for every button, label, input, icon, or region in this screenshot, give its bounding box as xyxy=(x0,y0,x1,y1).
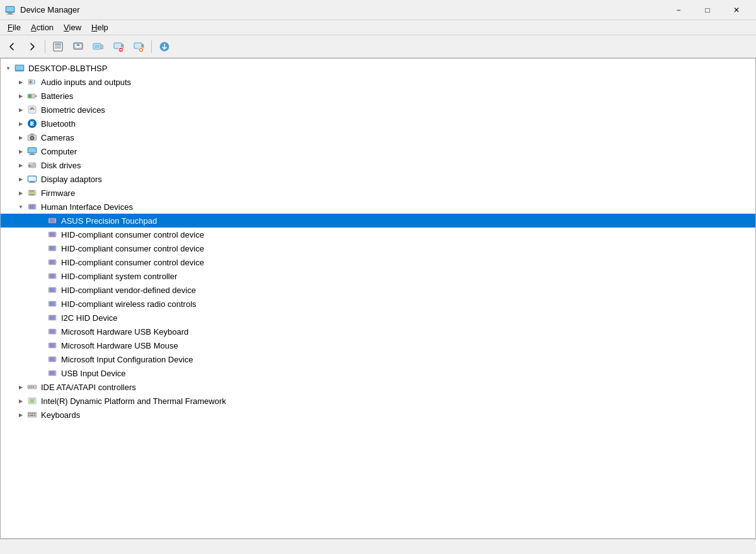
intel-expand-icon[interactable] xyxy=(16,396,26,406)
menu-view[interactable]: View xyxy=(59,21,86,33)
hid-wireless-icon xyxy=(46,299,59,309)
ms-mouse-label: Microsoft Hardware USB Mouse xyxy=(61,341,178,350)
scan-icon xyxy=(93,41,104,52)
biometric-expand-icon[interactable] xyxy=(16,105,26,115)
tree-hid[interactable]: Human Interface Devices xyxy=(1,200,755,214)
tree-hid-consumer2[interactable]: HID-compliant consumer control device xyxy=(1,241,755,255)
tree-computer[interactable]: Computer xyxy=(1,144,755,158)
display-expand-icon[interactable] xyxy=(16,174,26,184)
svg-rect-26 xyxy=(16,66,23,70)
svg-rect-29 xyxy=(30,81,32,83)
update-driver-button[interactable] xyxy=(69,38,88,55)
display-label: Display adaptors xyxy=(41,175,102,184)
svg-rect-112 xyxy=(52,372,54,374)
tree-usb-input[interactable]: USB Input Device xyxy=(1,366,755,380)
svg-rect-5 xyxy=(55,43,61,45)
window-title: Device Manager xyxy=(20,5,80,14)
firmware-icon xyxy=(26,188,38,198)
computer-label: Computer xyxy=(41,147,77,156)
batteries-expand-icon[interactable] xyxy=(16,91,26,101)
bluetooth-label: Bluetooth xyxy=(41,119,76,129)
battery-icon xyxy=(26,91,38,101)
properties-button[interactable] xyxy=(49,38,67,55)
disable-button[interactable] xyxy=(109,38,128,55)
download-driver-button[interactable] xyxy=(155,38,174,55)
disable-icon xyxy=(113,41,124,52)
svg-rect-103 xyxy=(50,344,52,347)
tree-hid-vendor[interactable]: HID-compliant vendor-defined device xyxy=(1,283,755,297)
svg-rect-104 xyxy=(52,344,54,347)
tree-root[interactable]: DESKTOP-BLBTHSP xyxy=(1,61,755,75)
tree-cameras[interactable]: Cameras xyxy=(1,130,755,144)
audio-expand-icon[interactable] xyxy=(16,77,26,87)
tree-firmware[interactable]: Firmware xyxy=(1,186,755,200)
intel-icon xyxy=(26,396,38,406)
biometric-icon xyxy=(26,105,38,115)
svg-rect-88 xyxy=(52,289,54,291)
svg-rect-83 xyxy=(50,275,52,277)
ms-input-label: Microsoft Input Configuration Device xyxy=(61,355,193,364)
tree-intel-platform[interactable]: Intel(R) Dynamic Platform and Thermal Fr… xyxy=(1,394,755,408)
firmware-label: Firmware xyxy=(41,188,75,198)
tree-audio[interactable]: Audio inputs and outputs xyxy=(1,75,755,89)
diskdrives-expand-icon[interactable] xyxy=(16,160,26,170)
svg-rect-38 xyxy=(30,134,34,136)
svg-rect-27 xyxy=(17,71,22,71)
svg-rect-95 xyxy=(50,316,52,319)
asus-touchpad-label: ASUS Precision Touchpad xyxy=(61,216,157,226)
svg-rect-111 xyxy=(50,372,52,374)
close-button[interactable]: ✕ xyxy=(722,0,751,20)
back-button[interactable] xyxy=(3,38,21,55)
biometric-label: Biometric devices xyxy=(41,105,105,115)
tree-biometric[interactable]: Biometric devices xyxy=(1,103,755,117)
usb-input-label: USB Input Device xyxy=(61,369,126,378)
tree-i2c-hid[interactable]: I2C HID Device xyxy=(1,311,755,325)
menu-file[interactable]: File xyxy=(3,21,26,33)
firmware-expand-icon[interactable] xyxy=(16,188,26,198)
menu-action[interactable]: Action xyxy=(26,21,59,33)
scan-hardware-button[interactable] xyxy=(89,38,108,55)
update-driver-icon xyxy=(72,41,84,52)
svg-rect-123 xyxy=(30,413,32,414)
menu-help[interactable]: Help xyxy=(86,21,113,33)
svg-rect-99 xyxy=(50,330,52,333)
download-icon xyxy=(159,41,170,52)
ide-expand-icon[interactable] xyxy=(16,382,26,392)
root-expand-icon[interactable] xyxy=(3,63,13,73)
ms-mouse-icon xyxy=(46,340,59,350)
svg-rect-100 xyxy=(52,330,54,333)
tree-hid-wireless[interactable]: HID-compliant wireless radio controls xyxy=(1,297,755,311)
tree-batteries[interactable]: Batteries xyxy=(1,89,755,103)
cameras-expand-icon[interactable] xyxy=(16,132,26,142)
disk-icon xyxy=(26,160,38,170)
computer-expand-icon[interactable] xyxy=(16,146,26,156)
svg-rect-75 xyxy=(50,247,52,250)
cameras-label: Cameras xyxy=(41,133,74,142)
forward-button[interactable] xyxy=(23,38,42,55)
batteries-label: Batteries xyxy=(41,91,73,101)
tree-display[interactable]: Display adaptors xyxy=(1,172,755,186)
keyboards-expand-icon[interactable] xyxy=(16,410,26,420)
tree-diskdrives[interactable]: Disk drives xyxy=(1,158,755,172)
uninstall-button[interactable] xyxy=(129,38,148,55)
tree-hid-consumer1[interactable]: HID-compliant consumer control device xyxy=(1,228,755,241)
bluetooth-expand-icon[interactable] xyxy=(16,118,26,129)
hid-expand-icon[interactable] xyxy=(16,202,26,212)
title-bar-controls: − □ ✕ xyxy=(664,0,751,20)
tree-ms-usb-kb[interactable]: Microsoft Hardware USB Keyboard xyxy=(1,325,755,338)
tree-ide[interactable]: IDE ATA/ATAPI controllers xyxy=(1,380,755,394)
display-icon xyxy=(26,174,38,184)
tree-ms-usb-mouse[interactable]: Microsoft Hardware USB Mouse xyxy=(1,338,755,352)
tree-bluetooth[interactable]: Bluetooth xyxy=(1,117,755,130)
svg-rect-58 xyxy=(32,194,33,195)
tree-hid-system[interactable]: HID-compliant system controller xyxy=(1,269,755,283)
svg-rect-12 xyxy=(94,45,100,48)
svg-rect-14 xyxy=(101,45,103,49)
minimize-button[interactable]: − xyxy=(664,0,693,20)
tree-hid-consumer3[interactable]: HID-compliant consumer control device xyxy=(1,255,755,269)
maximize-button[interactable]: □ xyxy=(693,0,722,20)
tree-keyboards[interactable]: Keyboards xyxy=(1,408,755,422)
tree-asus-touchpad[interactable]: ASUS Precision Touchpad xyxy=(1,214,755,228)
tree-ms-input-config[interactable]: Microsoft Input Configuration Device xyxy=(1,352,755,366)
tree-view[interactable]: DESKTOP-BLBTHSP Audio inputs and outputs xyxy=(1,59,755,538)
